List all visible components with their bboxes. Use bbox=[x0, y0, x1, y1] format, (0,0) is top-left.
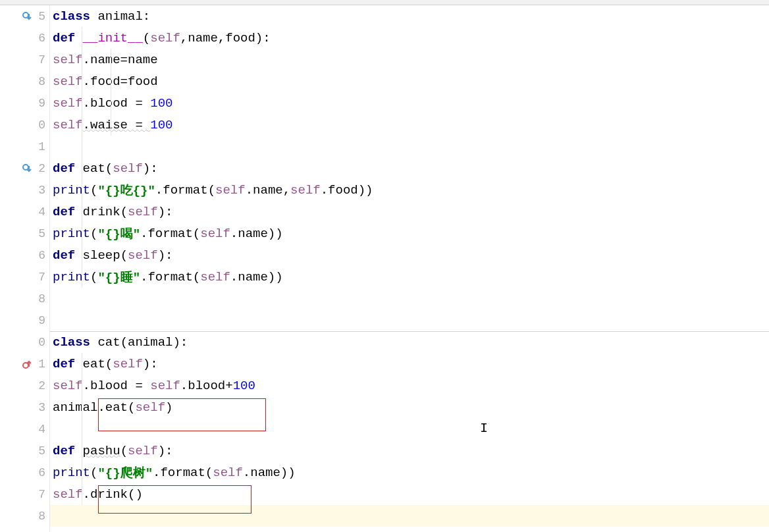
keyword: def bbox=[53, 31, 83, 45]
line-number: 6 bbox=[34, 249, 45, 262]
gutter-row[interactable]: 0 bbox=[0, 331, 49, 353]
attr: .food)) bbox=[321, 183, 373, 198]
self-ref: self bbox=[150, 379, 180, 393]
gutter-row[interactable]: 2 bbox=[0, 157, 49, 179]
line-number: 8 bbox=[34, 292, 45, 306]
code-line[interactable]: self.blood = 100 bbox=[50, 92, 769, 114]
code-line[interactable]: class cat(animal): bbox=[50, 331, 769, 353]
code-line[interactable]: self.blood = self.blood+100 bbox=[50, 375, 769, 396]
function-name: sleep bbox=[83, 248, 120, 263]
line-number: 4 bbox=[34, 423, 45, 436]
line-number: 7 bbox=[34, 53, 45, 66]
keyword: class bbox=[53, 9, 97, 24]
method: .format( bbox=[155, 183, 215, 198]
code-line[interactable]: def eat(self): bbox=[50, 157, 769, 179]
line-number: 3 bbox=[34, 401, 45, 414]
self-ref: self bbox=[53, 118, 83, 132]
string: "{}吃{}" bbox=[97, 182, 155, 199]
gutter-row[interactable]: 3 bbox=[0, 396, 49, 418]
function-name: drink bbox=[83, 205, 120, 219]
gutter-row[interactable]: 7 bbox=[0, 49, 49, 70]
code-line[interactable]: print("{}爬树".format(self.name)) bbox=[50, 462, 769, 483]
code-line[interactable]: def eat(self): bbox=[50, 353, 769, 375]
line-number: 5 bbox=[34, 10, 45, 23]
line-number: 8 bbox=[34, 510, 45, 523]
self-ref: self bbox=[113, 357, 143, 371]
code-line[interactable]: animal.eat(self) bbox=[50, 396, 769, 418]
code-line[interactable] bbox=[50, 309, 769, 331]
code-line[interactable] bbox=[50, 418, 769, 440]
code-line[interactable]: def __init__(self,name,food): bbox=[50, 27, 769, 49]
paren: ) bbox=[165, 400, 172, 415]
args: ( bbox=[105, 357, 113, 371]
line-number: 5 bbox=[34, 227, 45, 240]
keyword: def bbox=[53, 161, 83, 176]
gutter-row[interactable]: 9 bbox=[0, 92, 49, 114]
code-line[interactable]: self.food=food bbox=[50, 70, 769, 92]
self-ref: self bbox=[135, 400, 165, 415]
override-down-icon[interactable] bbox=[22, 163, 32, 174]
gutter-row[interactable]: 6 bbox=[0, 27, 49, 49]
assign: .blood = bbox=[83, 379, 151, 393]
line-number: 9 bbox=[34, 314, 45, 327]
line-number: 1 bbox=[34, 140, 45, 153]
keyword: def bbox=[53, 205, 83, 219]
gutter-row[interactable]: 6 bbox=[0, 244, 49, 266]
class-name: animal bbox=[97, 9, 142, 24]
gutter-row[interactable]: 2 bbox=[0, 375, 49, 396]
args: ,name,food): bbox=[180, 31, 271, 45]
gutter-row[interactable]: 7 bbox=[0, 483, 49, 505]
gutter-row[interactable]: 8 bbox=[0, 70, 49, 92]
code-line[interactable]: class animal: bbox=[50, 5, 769, 27]
gutter-row[interactable]: 8 bbox=[0, 288, 49, 309]
line-number: 3 bbox=[34, 184, 45, 197]
gutter: 5 6 7 8 9 0 1 2 3 4 5 6 7 8 9 0 1 2 3 4 … bbox=[0, 5, 50, 532]
gutter-row[interactable]: 5 bbox=[0, 5, 49, 27]
code-line[interactable]: self.waise = 100 bbox=[50, 114, 769, 136]
self-ref: self bbox=[53, 96, 83, 111]
gutter-row[interactable]: 3 bbox=[0, 179, 49, 201]
override-up-icon[interactable] bbox=[22, 359, 32, 369]
code-line[interactable]: def drink(self): bbox=[50, 201, 769, 223]
code-line[interactable]: print("{}睡".format(self.name)) bbox=[50, 266, 769, 288]
indent-guide bbox=[111, 49, 111, 136]
gutter-row[interactable]: 6 bbox=[0, 462, 49, 483]
args: (animal): bbox=[120, 335, 188, 350]
indent-guide bbox=[82, 353, 82, 505]
attr: .name)) bbox=[243, 466, 296, 480]
override-down-icon[interactable] bbox=[22, 11, 32, 22]
string: "{}爬树" bbox=[97, 464, 153, 481]
code-line[interactable]: def pashu(self): bbox=[50, 440, 769, 462]
gutter-row[interactable]: 4 bbox=[0, 201, 49, 223]
gutter-row[interactable]: 7 bbox=[0, 266, 49, 288]
code-line-current[interactable] bbox=[50, 505, 769, 527]
gutter-row[interactable]: 5 bbox=[0, 223, 49, 244]
attr: .blood+ bbox=[180, 379, 233, 393]
line-number: 0 bbox=[34, 119, 45, 132]
args: ): bbox=[143, 161, 158, 176]
gutter-row[interactable]: 1 bbox=[0, 353, 49, 375]
gutter-row[interactable]: 8 bbox=[0, 505, 49, 527]
code-line[interactable]: print("{}喝".format(self.name)) bbox=[50, 223, 769, 244]
method: .format( bbox=[140, 270, 200, 284]
code-line[interactable]: def sleep(self): bbox=[50, 244, 769, 266]
code-area[interactable]: class animal: def __init__(self,name,foo… bbox=[50, 5, 769, 532]
gutter-row[interactable]: 5 bbox=[0, 440, 49, 462]
gutter-row[interactable]: 0 bbox=[0, 114, 49, 136]
gutter-row[interactable]: 4 bbox=[0, 418, 49, 440]
function-name: eat bbox=[83, 357, 105, 371]
code-line[interactable]: self.drink() bbox=[50, 483, 769, 505]
keyword: def bbox=[53, 248, 83, 263]
gutter-row[interactable]: 1 bbox=[0, 136, 49, 157]
code-line[interactable]: print("{}吃{}".format(self.name,self.food… bbox=[50, 179, 769, 201]
assign: .blood = bbox=[83, 96, 151, 111]
code-editor[interactable]: 5 6 7 8 9 0 1 2 3 4 5 6 7 8 9 0 1 2 3 4 … bbox=[0, 5, 769, 532]
keyword: def bbox=[53, 357, 83, 371]
code-line[interactable] bbox=[50, 288, 769, 309]
method: .format( bbox=[140, 226, 200, 241]
code-line[interactable] bbox=[50, 136, 769, 157]
string: "{}喝" bbox=[97, 225, 140, 242]
gutter-row[interactable]: 9 bbox=[0, 309, 49, 331]
code-line[interactable]: self.name=name bbox=[50, 49, 769, 70]
keyword: class bbox=[53, 335, 97, 350]
